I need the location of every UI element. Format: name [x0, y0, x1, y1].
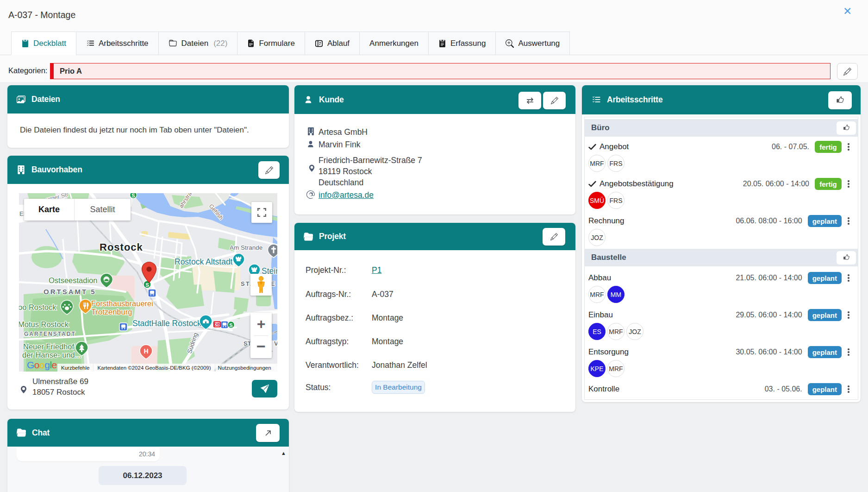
svg-text:Ostseestadion: Ostseestadion	[49, 276, 97, 284]
svg-text:Forsthausbrauerei: Forsthausbrauerei	[91, 299, 153, 308]
svg-text:StadtHalle Rostock: StadtHalle Rostock	[132, 319, 201, 328]
svg-text:DB: DB	[214, 322, 220, 327]
svg-text:V: V	[274, 340, 277, 347]
svg-text:Rostock: Rostock	[100, 241, 143, 253]
svg-text:Motus Rostock: Motus Rostock	[19, 320, 69, 328]
svg-text:S: S	[145, 282, 149, 288]
svg-text:GARTENSTADT: GARTENSTADT	[24, 331, 76, 337]
svg-text:S: S	[229, 322, 232, 328]
svg-text:Neuer Friedhof: Neuer Friedhof	[23, 342, 74, 351]
svg-text:Am Strande: Am Strande	[230, 244, 262, 251]
svg-text:oo Rostock: oo Rostock	[19, 303, 56, 311]
svg-text:ORTSAMT 5: ORTSAMT 5	[44, 288, 96, 296]
svg-text:S: S	[131, 193, 135, 198]
svg-text:Trotzenburg: Trotzenburg	[91, 308, 132, 316]
svg-text:H: H	[144, 347, 148, 355]
svg-text:Rostock Altstadt: Rostock Altstadt	[175, 257, 233, 266]
svg-text:der Hanse- und...: der Hanse- und...	[22, 351, 81, 359]
